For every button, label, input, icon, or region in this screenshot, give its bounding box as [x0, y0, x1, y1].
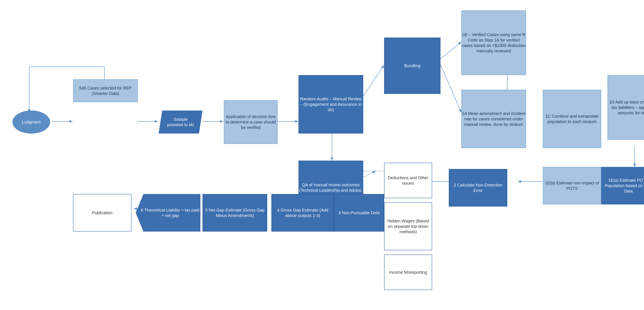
- connector-svg: [0, 0, 644, 310]
- random-audits-node: Random Audits – Manual Review – (Engagem…: [298, 75, 363, 133]
- income-misreporting-node: Income Misreporting: [384, 255, 432, 290]
- node1ea: 1E(a) Estimate POTS Population based on …: [601, 167, 644, 204]
- node1c: 1C Combine and extrapolate population to…: [543, 90, 601, 148]
- bundling-node: Bundling: [384, 37, 440, 94]
- node1a: 1A Mean amendment and incident rate for …: [461, 90, 526, 148]
- calc-non-detection-node: 2 Calculate Non-Detection Error: [449, 169, 507, 207]
- decision-tree-node: Application of decision tree to determin…: [224, 100, 278, 144]
- node1b: 1B – Verified Cases using same R Code as…: [461, 10, 526, 75]
- publication-node: Publication: [73, 194, 132, 232]
- svg-line-6: [363, 65, 384, 96]
- cases545-node: 545 Cases selected for REP (Smarter Data…: [73, 79, 138, 102]
- non-pursuable-node: 3 Non-Pursuable Debt: [334, 194, 384, 232]
- lodgment-node: Lodgment: [12, 111, 50, 133]
- gross-gap-node: 4 Gross Gap Estimate (Add above outputs …: [272, 194, 334, 232]
- deductions-node: Deductions and Other Issues: [384, 163, 432, 198]
- svg-line-9: [440, 65, 461, 113]
- node1eb: 1E(b) Estimate non-impact of POTS: [543, 167, 601, 204]
- hidden-wages-node: Hidden Wages (Based on separate top-down…: [384, 202, 432, 250]
- node1d: 1D Add up base unreported tax liabilitie…: [608, 75, 644, 140]
- sample-iai-node: Sample provided to IAI: [159, 111, 202, 133]
- net-gap-node: 5 Net Gap Estimate (Gross Gap Minus Amen…: [202, 194, 267, 232]
- theoretical-liability-node: 6 Theoretical Liability = tax paid + net…: [136, 194, 200, 232]
- svg-line-8: [440, 42, 461, 59]
- diagram-container: Informs Lodgment 545 Cases selected for …: [0, 0, 644, 310]
